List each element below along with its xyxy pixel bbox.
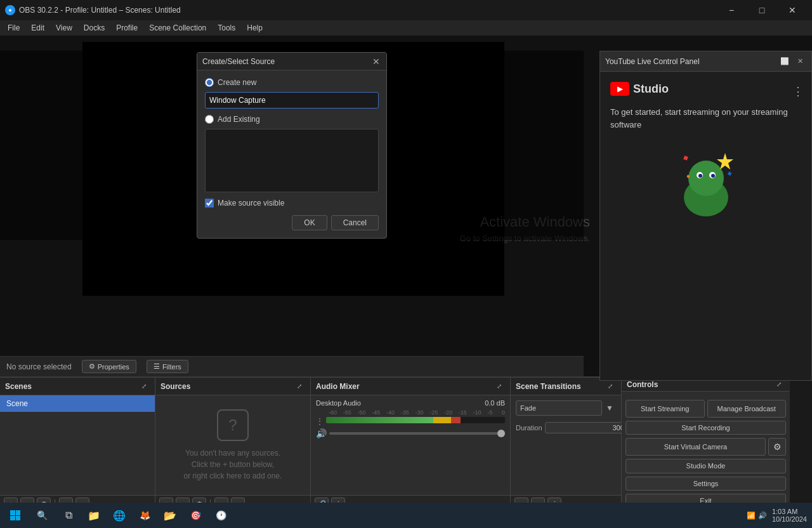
taskbar-date: 10/10/2024 [772,515,807,523]
taskbar: 🔍 ⧉ 📁 🌐 🦊 📂 🎯 🕐 📶 🔊 1:03 AM 10/10/2024 [0,503,812,528]
yt-panel-dock-button[interactable]: ⬜ [778,55,791,68]
taskbar-edge[interactable]: 🌐 [107,503,132,528]
sources-panel: Sources ⤢ ? You don't have any sources.C… [155,377,311,513]
scene-item-scene[interactable]: Scene [0,395,155,412]
menu-view[interactable]: View [51,22,77,34]
audio-mixer-header: Audio Mixer ⤢ [311,378,510,395]
title-bar: ● OBS 30.2.2 - Profile: Untitled – Scene… [0,0,812,20]
controls-panel: Controls ⤢ Start Streaming Manage Broadc… [622,377,790,513]
no-sources-text: You don't have any sources.Click the + b… [184,447,282,482]
audio-mixer-title: Audio Mixer [316,382,360,391]
add-existing-radio[interactable] [205,115,214,124]
source-name-input[interactable] [205,92,379,109]
menu-file[interactable]: File [3,22,25,34]
modal-title: Create/Select Source [202,57,275,66]
yt-panel-header-buttons: ⬜ ✕ [778,55,806,68]
scenes-panel-expand-button[interactable]: ⤢ [138,381,150,392]
filters-button[interactable]: ☰ Filters [147,360,188,373]
sources-panel-expand-button[interactable]: ⤢ [294,381,305,392]
desktop-audio-label: Desktop Audio [316,399,361,407]
scenes-panel-title: Scenes [5,382,32,391]
modal-overlay: Create/Select Source ✕ Create new [0,51,584,240]
title-bar-controls: − □ ✕ [717,0,807,20]
make-visible-row: Make source visible [205,199,379,208]
menu-docks[interactable]: Docks [79,22,110,34]
transition-body: Fade ▼ Duration ▲ ▼ [511,395,621,439]
yt-description: To get started, start streaming on your … [610,106,801,131]
win-logo-br [16,516,21,521]
virtual-camera-row: Start Virtual Camera ⚙ [625,438,786,456]
menu-profile[interactable]: Profile [111,22,143,34]
yt-panel-close-button[interactable]: ✕ [794,55,806,68]
yt-more-button[interactable]: ⋮ [792,84,804,98]
manage-broadcast-button[interactable]: Manage Broadcast [707,400,787,418]
yt-mascot [668,143,744,220]
add-existing-label: Add Existing [218,115,260,124]
svg-point-5 [711,174,715,178]
maximize-button[interactable]: □ [747,0,776,20]
start-virtual-camera-button[interactable]: Start Virtual Camera [625,438,766,456]
svg-rect-8 [727,171,731,176]
menu-help[interactable]: Help [242,22,268,34]
create-new-option[interactable]: Create new [205,78,379,87]
taskbar-folder[interactable]: 📂 [157,503,183,528]
title-bar-left: ● OBS 30.2.2 - Profile: Untitled – Scene… [5,5,181,15]
fader-thumb[interactable] [497,430,505,437]
no-source-bar: No source selected ⚙ Properties ☰ Filter… [0,356,584,376]
scenes-list: Scene [0,395,155,495]
network-icon: 📶 [747,512,756,520]
existing-sources-list [205,129,379,192]
taskbar-obs[interactable]: 🎯 [183,503,208,528]
modal-buttons: OK Cancel [205,215,379,230]
create-new-label: Create new [218,78,256,87]
settings-button[interactable]: Settings [625,477,786,491]
cancel-button[interactable]: Cancel [331,215,379,230]
close-button[interactable]: ✕ [778,0,807,20]
transition-select[interactable]: Fade [516,400,602,416]
fader-track[interactable] [329,432,505,435]
make-visible-checkbox[interactable] [205,199,214,208]
sound-icon: 🔊 [758,512,767,520]
taskbar-time: 1:03 AM [772,508,807,515]
meter-yellow [433,417,451,423]
taskbar-firefox[interactable]: 🦊 [132,503,157,528]
filter-icon: ☰ [154,362,160,371]
start-streaming-button[interactable]: Start Streaming [625,400,705,418]
menu-edit[interactable]: Edit [26,22,49,34]
start-button[interactable] [0,503,30,528]
windows-logo [10,510,20,520]
gear-icon: ⚙ [89,362,95,371]
yt-studio-label: Studio [633,82,669,96]
yt-panel-body: Studio To get started, start streaming o… [600,72,811,380]
start-recording-button[interactable]: Start Recording [625,421,786,435]
taskbar-task-view[interactable]: ⧉ [56,503,81,528]
mute-button[interactable]: 🔊 [316,428,327,439]
modal-close-button[interactable]: ✕ [371,56,381,67]
virtual-camera-settings-button[interactable]: ⚙ [768,438,786,456]
transition-select-wrap: Fade ▼ [516,400,616,416]
mascot-svg [668,143,744,220]
sources-panel-header: Sources ⤢ [155,378,310,395]
audio-mixer-panel: Audio Mixer ⤢ Desktop Audio 0.0 dB -60-5… [311,377,511,513]
add-existing-option[interactable]: Add Existing [205,115,379,124]
audio-fader-row: 🔊 [316,428,505,439]
sources-empty-state: ? You don't have any sources.Click the +… [155,395,310,495]
taskbar-file-explorer[interactable]: 📁 [81,503,107,528]
taskbar-search-button[interactable]: 🔍 [30,504,53,527]
duration-row: Duration ▲ ▼ [516,421,616,434]
studio-mode-button[interactable]: Studio Mode [625,459,786,473]
title-text: OBS 30.2.2 - Profile: Untitled – Scenes:… [19,6,181,15]
minimize-button[interactable]: − [717,0,746,20]
create-new-radio[interactable] [205,78,214,87]
ok-button[interactable]: OK [292,215,327,230]
taskbar-clock-app[interactable]: 🕐 [208,503,233,528]
yt-panel-header: YouTube Live Control Panel ⬜ ✕ [600,51,811,72]
win-logo-bl [10,516,15,521]
menu-scene-collection[interactable]: Scene Collection [144,22,211,34]
menu-tools[interactable]: Tools [213,22,240,34]
audio-mixer-expand-button[interactable]: ⤢ [494,381,505,392]
properties-button[interactable]: ⚙ Properties [82,360,136,373]
transitions-panel-expand-button[interactable]: ⤢ [605,381,616,392]
svg-rect-7 [683,155,688,161]
audio-track-dots-button[interactable]: ⋮ [316,417,324,426]
